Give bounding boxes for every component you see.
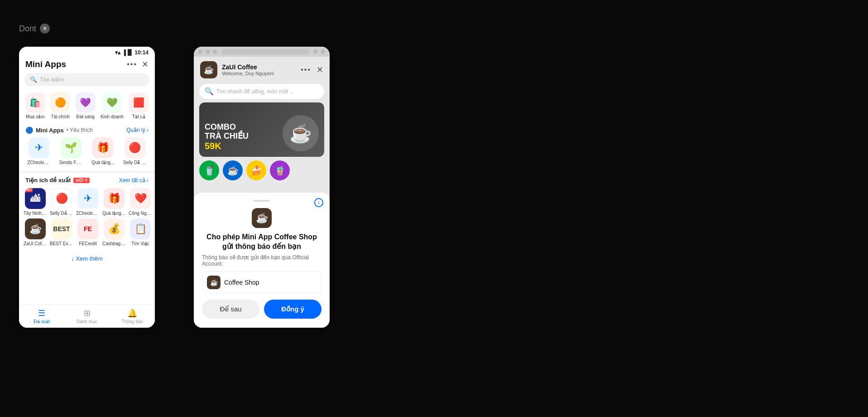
xem-them-button[interactable]: ↓ Xem thêm — [19, 251, 155, 267]
modal-desc: Thông báo sẽ được gửi đến bạn qua Offici… — [202, 254, 321, 267]
nav-icon-de-xuat: ☰ — [38, 308, 45, 318]
miniapp-sendo[interactable]: 🌱 Sendo Farm — [58, 137, 85, 165]
zaui-subtitle: Welcome, Duy Nguyen! — [222, 71, 296, 76]
category-label-shopping: Mua sắm — [26, 114, 45, 119]
app-cat-1[interactable]: 🥤 — [199, 160, 219, 180]
tienich-app-fecredit[interactable]: FE FECredit — [76, 218, 100, 246]
tienich-icon-best: BEST — [51, 218, 72, 239]
zaui-logo-icon: ☕ — [204, 65, 214, 75]
banner-tra-chieu-text: TRÀ CHIỀU — [205, 132, 249, 141]
favorites-title: Mini Apps — [36, 127, 64, 134]
app-search-placeholder: Tìm nhanh đồ uống, món mới ... — [216, 88, 294, 95]
zaui-close-button[interactable]: ✕ — [317, 65, 323, 75]
miniapp-selly[interactable]: 🔴 Selly Dễ dàng... — [121, 137, 149, 165]
tienich-app-gift[interactable]: 🎁 Quà tặng điện tử G... — [102, 188, 126, 216]
tienich-title: Tiện ích đề xuất — [25, 177, 71, 184]
category-icon-lifestyle: 💜 — [76, 92, 96, 112]
tienich-app-best[interactable]: BEST BEST Express... — [50, 218, 73, 246]
hot-badge: Hot — [25, 188, 33, 192]
status-signal-icon: ▐ — [122, 49, 126, 56]
tienich-label-zcheckin2: ZCheckin Lite — [76, 211, 100, 216]
miniapp-qua-tang[interactable]: 🎁 Quà tặng... — [89, 137, 117, 165]
category-label-business: Kinh doanh — [101, 114, 124, 119]
tienich-label-zaui: ZaUI Coffee — [24, 241, 47, 246]
category-label-finance: Tài chính — [51, 114, 70, 119]
category-item-all[interactable]: 🟥 Tất cả — [129, 92, 149, 119]
left-phone-frame: ▾▴ ▐ ▉ 10:14 Mini Apps ••• ✕ 🔍 Tìm kiếm … — [19, 47, 155, 328]
nav-label-danh-muc: Danh mục — [77, 319, 97, 324]
app-cat-2[interactable]: ☕ — [223, 160, 243, 180]
miniapp-zcheckin[interactable]: ✈ ZCheckin Lite — [25, 137, 53, 165]
app-search-bar[interactable]: 🔍 Tìm nhanh đồ uống, món mới ... — [199, 84, 324, 99]
tienich-app-zaui[interactable]: ☕ ZaUI Coffee — [24, 218, 47, 246]
nav-item-danh-muc[interactable]: ⊞ Danh mục — [64, 305, 110, 328]
miniapp-icon-zcheckin: ✈ — [29, 137, 49, 158]
search-bar[interactable]: 🔍 Tìm kiếm — [24, 73, 149, 86]
tienich-app-selly2[interactable]: 🔴 Selly Dễ bán... — [50, 188, 73, 216]
tienich-icon-zaui: ☕ — [25, 218, 46, 239]
tienich-label-timviec: Tìm Việc — [131, 241, 149, 246]
tienich-app-timviec[interactable]: 📋 Tìm Việc — [129, 218, 152, 246]
modal-account-name: Coffee Shop — [224, 279, 259, 286]
modal-overlay: ☕ i Cho phép Mini App Coffee Shop gửi th… — [194, 210, 330, 328]
tienich-app-congnghe[interactable]: ❤️ Công Nghệ Việt — [129, 188, 152, 216]
category-icon-all: 🟥 — [129, 92, 149, 112]
category-item-shopping[interactable]: 🛍️ Mua sắm — [25, 92, 45, 119]
modal-account-icon: ☕ — [207, 276, 221, 289]
nav-item-de-xuat[interactable]: ☰ Đề xuất — [19, 305, 64, 328]
miniapp-label-zcheckin: ZCheckin Lite — [27, 160, 51, 165]
chrome-address-bar — [222, 49, 309, 54]
banner-content: COMBO TRÀ CHIỀU 59K — [205, 123, 249, 151]
banner-image: ☕ — [283, 115, 319, 151]
status-time: 10:14 — [134, 49, 149, 56]
zaui-title: ZaUI Coffee — [222, 63, 296, 71]
goi-y-badge: GỢI Ý — [73, 178, 90, 183]
category-icon-finance: 🟠 — [50, 92, 70, 112]
app-search-icon: 🔍 — [205, 87, 214, 96]
tienich-app-cashbag[interactable]: 💰 Cashbag Hoàn tiền... — [102, 218, 126, 246]
zaui-app-header: ☕ ZaUI Coffee Welcome, Duy Nguyen! ••• ✕ — [194, 57, 330, 81]
permission-modal: ☕ i Cho phép Mini App Coffee Shop gửi th… — [194, 193, 330, 328]
miniapps-close-button[interactable]: ✕ — [142, 59, 149, 69]
miniapps-dots-button[interactable]: ••• — [127, 60, 137, 68]
tienich-icon-congnghe: ❤️ — [130, 188, 151, 209]
zaui-actions: ••• ✕ — [301, 65, 323, 75]
close-icon[interactable]: ✕ — [40, 24, 50, 34]
category-label-all: Tất cả — [132, 114, 145, 119]
chrome-dot-3 — [213, 49, 217, 54]
search-icon: 🔍 — [30, 76, 37, 83]
tienich-icon-tayninh: 🏙 Hot — [25, 188, 46, 209]
tienich-app-tayninh[interactable]: 🏙 Hot Tây Ninh Smart — [24, 188, 47, 216]
zaui-dots-button[interactable]: ••• — [301, 66, 311, 74]
miniapps-title: Mini Apps — [25, 59, 66, 69]
category-item-finance[interactable]: 🟠 Tài chính — [50, 92, 70, 119]
modal-info-icon[interactable]: i — [314, 198, 323, 207]
zaui-logo: ☕ — [200, 61, 217, 78]
tienich-label-selly2: Selly Dễ bán... — [50, 211, 73, 216]
tienich-label-cashbag: Cashbag Hoàn tiền... — [102, 241, 126, 246]
category-icon-business: 💚 — [102, 92, 122, 112]
category-row: 🛍️ Mua sắm 🟠 Tài chính 💜 Đời sống 💚 Kinh… — [19, 91, 155, 124]
favorites-apps-row: ✈ ZCheckin Lite 🌱 Sendo Farm 🎁 Quà tặng.… — [19, 137, 155, 170]
right-phone-frame: ☕ ZaUI Coffee Welcome, Duy Nguyen! ••• ✕… — [194, 47, 330, 328]
nav-item-thong-bao[interactable]: 🔔 Thông báo — [110, 305, 155, 328]
tienich-icon-timviec: 📋 — [130, 218, 151, 239]
search-placeholder: Tìm kiếm — [40, 76, 64, 83]
favorites-manage-button[interactable]: Quản lý › — [126, 127, 149, 133]
tienich-header: Tiện ích đề xuất GỢI Ý Xem tất cả › — [19, 173, 155, 186]
app-cat-3[interactable]: 🍰 — [246, 160, 266, 180]
app-cat-4[interactable]: 🧋 — [270, 160, 290, 180]
favorites-icon: 🔵 — [25, 126, 33, 134]
category-item-business[interactable]: 💚 Kinh doanh — [101, 92, 124, 119]
nav-icon-thong-bao: 🔔 — [127, 308, 137, 318]
dong-y-button[interactable]: Đồng ý — [264, 300, 321, 319]
chrome-dot-1 — [198, 49, 203, 54]
modal-buttons: Để sau Đồng ý — [202, 300, 321, 319]
favorites-section-header: 🔵 Mini Apps • Yêu thích Quản lý › — [19, 124, 155, 137]
status-bar: ▾▴ ▐ ▉ 10:14 — [19, 47, 155, 58]
category-item-lifestyle[interactable]: 💜 Đời sống — [76, 92, 96, 119]
de-sau-button[interactable]: Để sau — [202, 300, 259, 319]
category-icon-shopping: 🛍️ — [25, 92, 45, 112]
tienich-see-all-button[interactable]: Xem tất cả › — [119, 177, 149, 184]
tienich-app-zcheckin2[interactable]: ✈ ZCheckin Lite — [76, 188, 100, 216]
